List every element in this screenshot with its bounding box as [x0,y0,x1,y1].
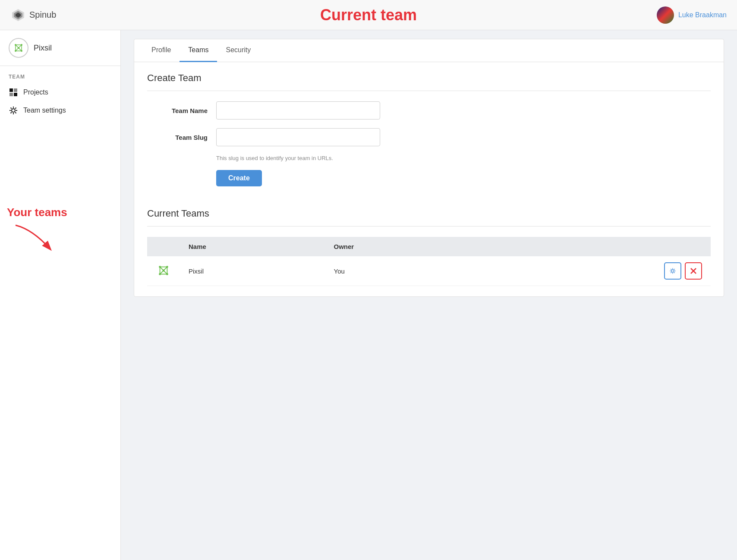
svg-rect-17 [14,88,17,92]
svg-line-11 [19,48,22,51]
projects-icon [9,88,18,97]
col-name: Name [180,237,325,256]
sidebar-section-label: TEAM [0,66,120,83]
main-content: Profile Teams Security Create Team Team … [121,30,737,560]
create-button[interactable]: Create [216,170,262,186]
layout: Pixsil TEAM Projects [0,30,737,560]
svg-rect-19 [14,93,17,96]
slug-hint: This slug is used to identify your team … [216,155,711,161]
team-slug-group: Team Slug This slug is used to identify … [147,128,711,161]
svg-line-25 [11,108,12,109]
team-slug-input[interactable] [216,128,380,146]
svg-line-50 [674,272,675,273]
svg-line-9 [19,45,22,48]
team-slug-label: Team Slug [147,134,216,141]
gear-icon [669,267,676,274]
svg-line-36 [160,267,164,270]
team-slug-row: Team Slug [147,128,711,146]
tab-teams[interactable]: Teams [180,39,217,62]
current-teams-section: Current Teams Name Owner [134,201,724,296]
team-logo-icon [12,41,25,54]
team-row-icon-cell [147,256,180,286]
logo-area: Spinub [10,7,56,23]
sidebar-item-team-settings[interactable]: Team settings [0,101,120,120]
sidebar-item-projects-label: Projects [23,88,48,96]
svg-line-51 [671,272,671,273]
svg-line-38 [160,271,164,274]
table-header-row: Name Owner [147,237,711,256]
teams-divider [147,226,711,227]
svg-rect-16 [9,88,13,92]
svg-line-52 [674,269,675,270]
header: Spinub Current team Luke Braakman [0,0,737,30]
team-row-logo-icon [156,263,171,278]
content-card: Profile Teams Security Create Team Team … [134,39,724,297]
svg-point-44 [671,270,674,272]
team-name-label: Team Name [147,107,216,114]
svg-point-20 [12,109,15,112]
current-teams-title: Current Teams [147,208,711,219]
team-row-actions [481,256,711,286]
team-row-name: Pixsil [180,256,325,286]
svg-line-26 [15,112,16,113]
sidebar-team-header: Pixsil [0,30,120,66]
svg-line-28 [15,108,16,109]
user-name: Luke Braakman [678,11,727,19]
team-name-row: Team Name [147,101,711,120]
tab-profile[interactable]: Profile [143,39,180,62]
svg-line-37 [164,267,167,270]
tab-security[interactable]: Security [217,39,259,62]
col-actions [481,237,711,256]
form-actions: Create [216,170,711,186]
close-icon [690,268,696,274]
team-settings-button[interactable] [664,262,681,280]
sidebar-item-projects[interactable]: Projects [0,83,120,101]
annotation-your-teams: Your teams [7,206,113,219]
sidebar-item-team-settings-label: Team settings [23,107,66,114]
team-delete-button[interactable] [685,262,702,280]
team-actions [489,262,702,280]
team-name-input[interactable] [216,101,380,120]
user-area: Luke Braakman [657,6,727,24]
team-logo [9,38,28,58]
tabs: Profile Teams Security [134,39,724,62]
your-teams-arrow [7,221,59,255]
svg-rect-18 [9,93,13,96]
svg-line-8 [16,45,19,48]
logo-text: Spinub [29,10,56,20]
svg-line-39 [164,271,167,274]
svg-line-27 [11,112,12,113]
sidebar-team-name: Pixsil [34,44,52,53]
section-divider [147,91,711,91]
logo-icon [10,7,26,23]
create-team-section: Create Team Team Name Team Slug This slu… [134,62,724,201]
col-owner: Owner [325,237,481,256]
col-icon [147,237,180,256]
table-row: Pixsil You [147,256,711,286]
teams-table: Name Owner [147,237,711,286]
page-title: Current team [320,6,417,24]
team-row-owner: You [325,256,481,286]
svg-line-49 [671,269,671,270]
sidebar: Pixsil TEAM Projects [0,30,121,560]
create-team-title: Create Team [147,72,711,84]
settings-icon [9,106,18,115]
avatar [657,6,674,24]
svg-line-10 [16,48,19,51]
